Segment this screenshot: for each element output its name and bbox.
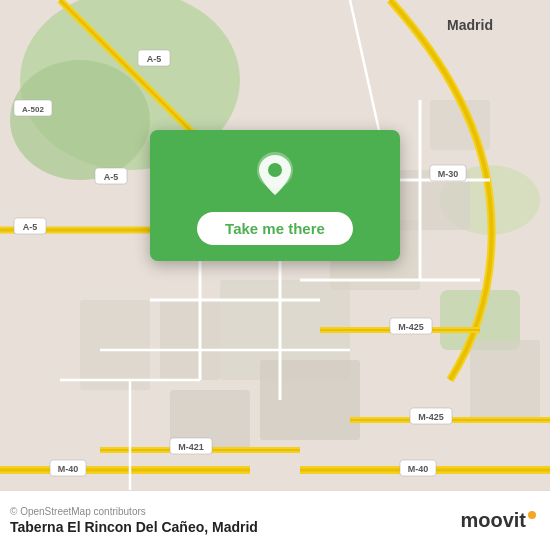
svg-text:M-425: M-425 xyxy=(418,412,444,422)
map-container: A-5 A-5 A-5 A-502 M-30 M-425 M-425 M-421… xyxy=(0,0,550,490)
moovit-dot xyxy=(528,511,536,519)
svg-text:M-30: M-30 xyxy=(438,169,459,179)
svg-rect-6 xyxy=(160,300,220,380)
svg-text:A-5: A-5 xyxy=(104,172,119,182)
city-label: Madrid xyxy=(447,17,493,33)
pin-icon xyxy=(250,150,300,200)
moovit-text: moovit xyxy=(460,509,526,532)
bottom-bar: © OpenStreetMap contributors Taberna El … xyxy=(0,490,550,550)
svg-text:A-502: A-502 xyxy=(22,105,44,114)
road-label-a5-left: A-5 xyxy=(23,222,38,232)
svg-text:M-40: M-40 xyxy=(58,464,79,474)
take-me-there-button[interactable]: Take me there xyxy=(197,212,353,245)
svg-point-2 xyxy=(10,60,150,180)
svg-rect-13 xyxy=(470,340,540,420)
place-name: Taberna El Rincon Del Cañeo, Madrid xyxy=(10,519,258,535)
moovit-logo: moovit xyxy=(460,509,536,532)
location-card: Take me there xyxy=(150,130,400,261)
svg-text:M-40: M-40 xyxy=(408,464,429,474)
svg-text:M-425: M-425 xyxy=(398,322,424,332)
svg-text:M-421: M-421 xyxy=(178,442,204,452)
bottom-left: © OpenStreetMap contributors Taberna El … xyxy=(10,506,258,535)
map-attribution: © OpenStreetMap contributors xyxy=(10,506,258,517)
svg-rect-10 xyxy=(80,300,150,390)
svg-text:A-5: A-5 xyxy=(147,54,162,64)
svg-point-34 xyxy=(268,163,282,177)
svg-rect-8 xyxy=(260,360,360,440)
